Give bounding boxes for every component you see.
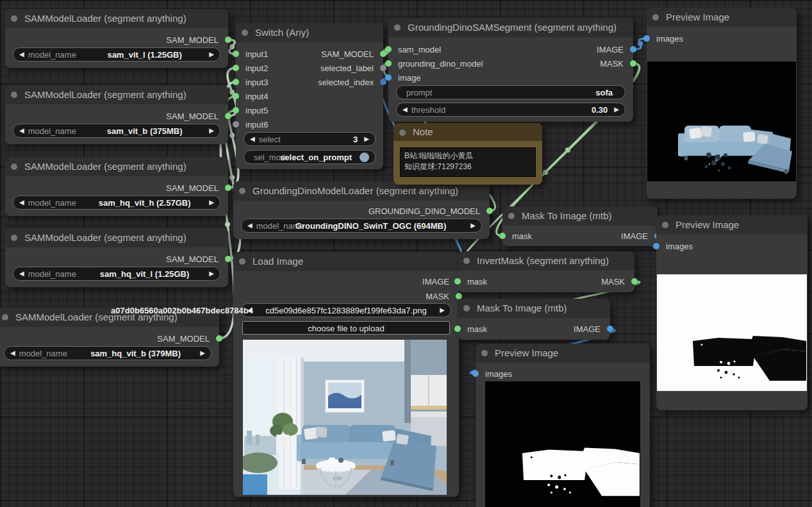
node-grounding-dino-sam-segment[interactable]: GroundingDinoSAMSegment (segment anythin… <box>388 18 633 122</box>
decrement-arrow-icon[interactable]: ◀ <box>247 219 253 233</box>
node-title-text: Load Image <box>253 256 303 267</box>
choose-file-button[interactable]: choose file to upload <box>242 321 450 335</box>
increment-arrow-icon[interactable]: ▶ <box>614 103 619 117</box>
decrement-arrow-icon[interactable]: ◀ <box>10 346 15 360</box>
increment-arrow-icon[interactable]: ▶ <box>209 267 214 281</box>
collapse-dot-icon[interactable] <box>242 29 248 36</box>
select-widget[interactable]: ◀select3▶ <box>244 132 376 146</box>
model-name-widget[interactable]: ◀model_namesam_vit_l (1.25GB)▶ <box>13 47 220 62</box>
load-image-preview <box>243 340 447 495</box>
output-slot-dot[interactable] <box>225 185 231 191</box>
widget-value: 3 <box>285 135 365 144</box>
node-invert-mask[interactable]: InvertMask (segment anything) maskMASK <box>458 251 634 292</box>
graph-canvas[interactable]: SAMModelLoader (segment anything) SAM_MO… <box>0 0 812 507</box>
increment-arrow-icon[interactable]: ▶ <box>209 195 214 210</box>
model-name-widget[interactable]: ◀model_namesam_hq_vit_b (379MB)▶ <box>4 346 211 360</box>
node-sam-loader-3[interactable]: SAMModelLoader (segment anything) SAM_MO… <box>5 157 228 216</box>
output-slot-dot[interactable] <box>607 326 613 332</box>
collapse-dot-icon[interactable] <box>11 235 17 241</box>
widget-label: threshold <box>411 105 445 115</box>
input-slot-dot[interactable] <box>454 326 461 332</box>
input-slot-dot[interactable] <box>643 35 650 42</box>
model-name-widget[interactable]: ◀model_namesam_hq_vit_l (1.25GB)▶ <box>13 267 220 281</box>
output-slot-dot[interactable] <box>216 335 222 342</box>
node-sam-loader-4[interactable]: SAMModelLoader (segment anything) SAM_MO… <box>5 228 228 287</box>
collapse-dot-icon[interactable] <box>11 15 17 22</box>
input-slot-dot[interactable] <box>385 74 392 81</box>
collapse-dot-icon[interactable] <box>463 305 470 312</box>
input-slot-dot[interactable] <box>653 243 659 249</box>
input-slot-dot[interactable] <box>499 233 506 239</box>
input-slot-dot[interactable] <box>472 370 479 377</box>
widget-value: sam_hq_vit_l (1.25GB) <box>80 269 209 279</box>
model-name-widget[interactable]: ◀model_nameGroundingDINO_SwinT_OGC (694M… <box>241 219 482 233</box>
output-slot-dot[interactable] <box>225 37 231 43</box>
collapse-dot-icon[interactable] <box>463 258 470 264</box>
input-slot-dot[interactable] <box>454 278 461 285</box>
node-preview-image-bottom[interactable]: Preview Image images <box>476 344 650 507</box>
image-filename-widget[interactable]: a07d0b6560a002b0b467bdec8784b4 ◀ cd5e09d… <box>241 303 451 317</box>
model-name-widget[interactable]: ◀model_namesam_hq_vit_h (2.57GB)▶ <box>13 195 220 210</box>
decrement-arrow-icon[interactable]: ◀ <box>19 124 24 138</box>
collapse-dot-icon[interactable] <box>662 222 668 228</box>
decrement-arrow-icon[interactable]: ◀ <box>19 267 24 281</box>
increment-arrow-icon[interactable]: ▶ <box>209 47 214 62</box>
input-slot-dot[interactable] <box>233 107 239 113</box>
model-name-widget[interactable]: ◀model_namesam_vit_b (375MB)▶ <box>13 124 220 138</box>
sel-mode-widget[interactable]: sel_modselect_on_prompt <box>244 150 376 164</box>
output-slot-dot[interactable] <box>630 60 636 67</box>
output-slot-dot[interactable] <box>630 46 636 53</box>
collapse-dot-icon[interactable] <box>239 188 245 194</box>
collapse-dot-icon[interactable] <box>508 213 515 219</box>
output-slot-dot[interactable] <box>631 278 638 285</box>
node-grounding-dino-model-loader[interactable]: GroundingDinoModelLoader (segment anythi… <box>233 181 490 239</box>
node-mask-to-image-1[interactable]: Mask To Image (mtb) maskIMAGE <box>502 206 658 246</box>
output-slot-label: GROUNDING_DINO_MODEL <box>369 206 480 216</box>
decrement-arrow-icon[interactable]: ◀ <box>19 195 24 210</box>
node-title-text: SAMModelLoader (segment anything) <box>24 13 186 24</box>
decrement-arrow-icon[interactable]: ◀ <box>402 103 408 117</box>
threshold-widget[interactable]: ◀threshold0.30▶ <box>396 103 626 117</box>
input-slot-dot[interactable] <box>233 93 239 99</box>
node-note[interactable]: Note B站:啦啦啦的小黄瓜 知识星球:71297236 <box>394 123 542 185</box>
increment-arrow-icon[interactable]: ▶ <box>440 303 445 317</box>
node-preview-image-top-right[interactable]: Preview Image images <box>647 8 797 199</box>
node-switch-any[interactable]: Switch (Any) input1 input2 input3 input4… <box>236 23 383 169</box>
collapse-dot-icon[interactable] <box>11 163 17 170</box>
decrement-arrow-icon[interactable]: ◀ <box>250 132 255 146</box>
input-slot-label: mask <box>467 324 487 334</box>
output-slot-dot[interactable] <box>486 208 493 214</box>
widget-label: select <box>259 135 281 144</box>
node-load-image[interactable]: Load Image IMAGE MASK a07d0b6560a002b0b4… <box>233 252 459 497</box>
increment-arrow-icon[interactable]: ▶ <box>200 346 205 360</box>
decrement-arrow-icon[interactable]: ◀ <box>19 47 24 62</box>
node-title-text: Mask To Image (mtb) <box>522 210 612 221</box>
output-slot-label: SAM_MODEL <box>166 35 219 45</box>
node-preview-image-right[interactable]: Preview Image images <box>656 215 808 410</box>
input-slot-label: mask <box>512 231 532 241</box>
collapse-dot-icon[interactable] <box>2 314 8 320</box>
node-title-text: Preview Image <box>675 219 739 230</box>
node-mask-to-image-2[interactable]: Mask To Image (mtb) maskIMAGE <box>458 299 610 340</box>
collapse-dot-icon[interactable] <box>481 350 488 356</box>
output-slot-dot[interactable] <box>225 256 231 262</box>
collapse-dot-icon[interactable] <box>652 14 659 21</box>
segmented-sofa-preview <box>647 62 796 181</box>
node-sam-loader-2[interactable]: SAMModelLoader (segment anything) SAM_MO… <box>5 85 228 144</box>
collapse-dot-icon[interactable] <box>239 258 245 265</box>
prompt-widget[interactable]: promptsofa <box>396 85 626 99</box>
note-text[interactable]: B站:啦啦啦的小黄瓜 知识星球:71297236 <box>400 147 536 177</box>
node-sam-loader-1[interactable]: SAMModelLoader (segment anything) SAM_MO… <box>5 9 228 68</box>
increment-arrow-icon[interactable]: ▶ <box>209 124 214 138</box>
filename-overflow-text: a07d0b6560a002b0b467bdec8784b4 <box>111 304 253 317</box>
node-title: Mask To Image (mtb) <box>458 299 610 318</box>
output-slot-dot[interactable] <box>225 113 231 119</box>
increment-arrow-icon[interactable]: ▶ <box>364 132 369 146</box>
increment-arrow-icon[interactable]: ▶ <box>470 219 476 233</box>
output-slot-label: MASK <box>601 277 625 287</box>
input-slot-dot[interactable] <box>233 121 239 128</box>
toggle-icon[interactable] <box>360 153 369 162</box>
collapse-dot-icon[interactable] <box>399 129 406 136</box>
collapse-dot-icon[interactable] <box>11 92 17 98</box>
collapse-dot-icon[interactable] <box>394 24 401 31</box>
